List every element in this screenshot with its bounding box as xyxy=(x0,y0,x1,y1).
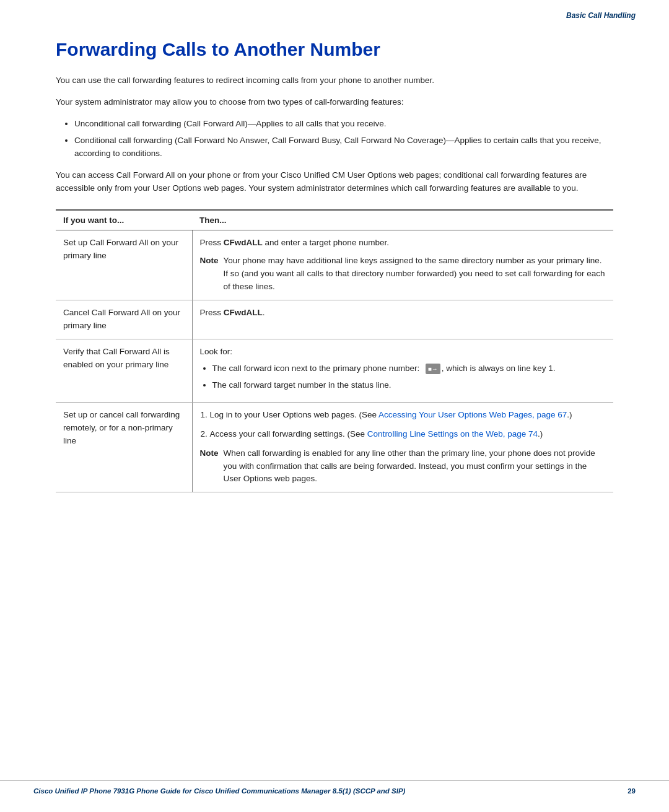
note-row: Note Your phone may have additional line… xyxy=(200,255,606,294)
footer-text: Cisco Unified IP Phone 7931G Phone Guide… xyxy=(33,787,405,795)
content-area: Forwarding Calls to Another Number You c… xyxy=(0,20,669,548)
footer-page: 29 xyxy=(627,787,636,795)
intro-para-1: You can use the call forwarding features… xyxy=(56,74,613,87)
page-container: Basic Call Handling Forwarding Calls to … xyxy=(0,0,669,812)
table-cell-if: Cancel Call Forward All on your primary … xyxy=(56,300,192,339)
note-row: Note When call forwarding is enabled for… xyxy=(200,447,606,486)
table-cell-if: Verify that Call Forward All is enabled … xyxy=(56,339,192,402)
table-row: Set up or cancel call forwarding remotel… xyxy=(56,402,613,492)
table-cell-then: Press CFwdALL and enter a target phone n… xyxy=(192,230,613,300)
step-list: Log in to your User Options web pages. (… xyxy=(210,409,606,441)
link-controlling[interactable]: Controlling Line Settings on the Web, pa… xyxy=(367,429,538,439)
cfwd-icon: ■→ xyxy=(426,364,440,375)
step-item: Access your call forwarding settings. (S… xyxy=(210,428,606,441)
intro-para-3: You can access Call Forward All on your … xyxy=(56,169,613,195)
bullet-item: Unconditional call forwarding (Call Forw… xyxy=(74,118,613,131)
table-row: Set up Call Forward All on your primary … xyxy=(56,230,613,300)
link-accessing[interactable]: Accessing Your User Options Web Pages, p… xyxy=(378,410,567,419)
bullet-item: Conditional call forwarding (Call Forwar… xyxy=(74,134,613,160)
table-header-if: If you want to... xyxy=(56,210,192,230)
bold-text: CFwdALL xyxy=(224,238,263,247)
note-text: Your phone may have additional line keys… xyxy=(224,255,606,294)
table-cell-then: Look for: The call forward icon next to … xyxy=(192,339,613,402)
call-table: If you want to... Then... Set up Call Fo… xyxy=(56,209,613,492)
table-cell-then: Press CFwdALL. xyxy=(192,300,613,339)
table-cell-if: Set up or cancel call forwarding remotel… xyxy=(56,402,192,492)
note-text: When call forwarding is enabled for any … xyxy=(224,447,606,486)
table-header-then: Then... xyxy=(192,210,613,230)
page-heading: Forwarding Calls to Another Number xyxy=(56,38,613,61)
table-row: Verify that Call Forward All is enabled … xyxy=(56,339,613,402)
footer-bar: Cisco Unified IP Phone 7931G Phone Guide… xyxy=(0,780,669,795)
note-label: Note xyxy=(200,447,219,460)
header-bar: Basic Call Handling xyxy=(0,0,669,20)
header-title: Basic Call Handling xyxy=(566,11,636,20)
bullet-list: Unconditional call forwarding (Call Forw… xyxy=(74,118,613,160)
step-item: Log in to your User Options web pages. (… xyxy=(210,409,606,422)
table-cell-then: Log in to your User Options web pages. (… xyxy=(192,402,613,492)
verify-bullet-item: The call forward icon next to the primar… xyxy=(212,362,606,375)
bold-text: CFwdALL xyxy=(224,308,263,317)
verify-bullet-item: The call forward target number in the st… xyxy=(212,379,606,392)
table-cell-if: Set up Call Forward All on your primary … xyxy=(56,230,192,300)
intro-para-2: Your system administrator may allow you … xyxy=(56,96,613,109)
verify-bullet-list: The call forward icon next to the primar… xyxy=(212,362,606,392)
note-label: Note xyxy=(200,255,219,268)
table-row: Cancel Call Forward All on your primary … xyxy=(56,300,613,339)
